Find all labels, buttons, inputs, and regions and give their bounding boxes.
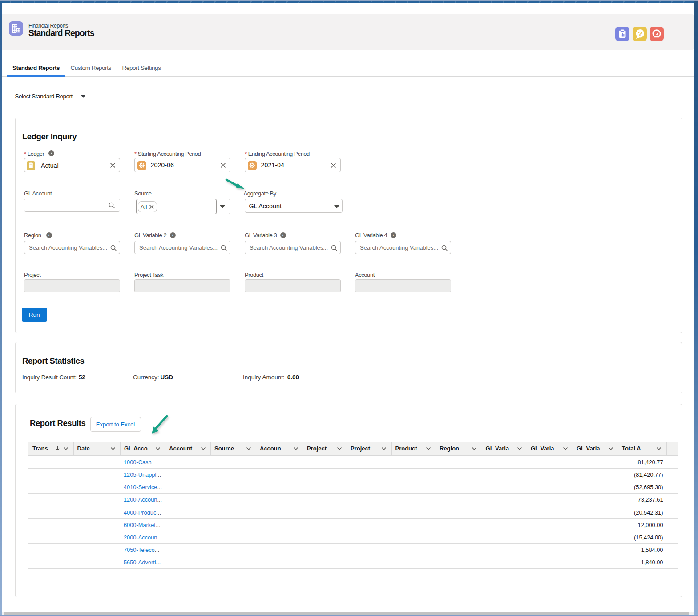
svg-text:?: ? [638,30,642,37]
